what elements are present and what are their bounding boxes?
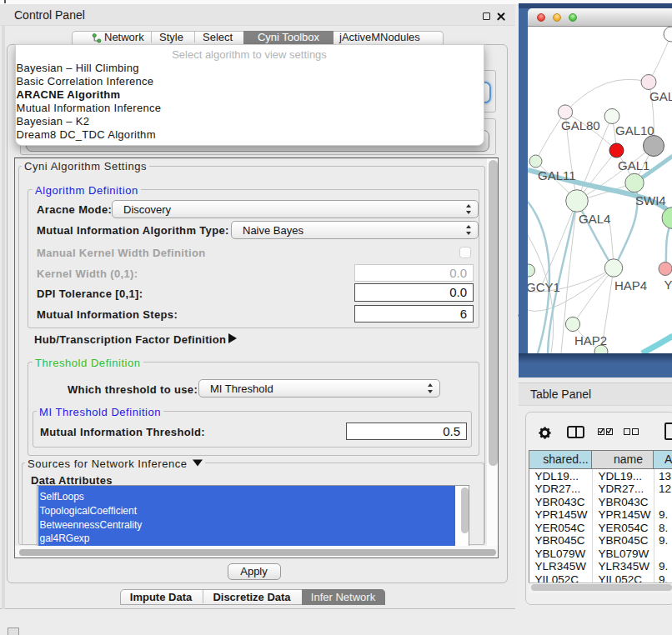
svg-text:GAL10: GAL10 — [615, 123, 654, 138]
svg-text:HAP2: HAP2 — [574, 332, 607, 347]
svg-text:GCY1: GCY1 — [528, 280, 560, 294]
svg-text:GAL4: GAL4 — [579, 212, 610, 226]
svg-text:GAL7: GAL7 — [649, 89, 672, 103]
svg-text:GAL1: GAL1 — [618, 158, 649, 172]
svg-text:SWI4: SWI4 — [635, 192, 666, 207]
svg-text:YJ: YJ — [664, 277, 672, 291]
svg-text:GAL11: GAL11 — [538, 168, 576, 182]
svg-text:GAL80: GAL80 — [561, 118, 600, 132]
svg-text:HAP4: HAP4 — [614, 278, 647, 292]
